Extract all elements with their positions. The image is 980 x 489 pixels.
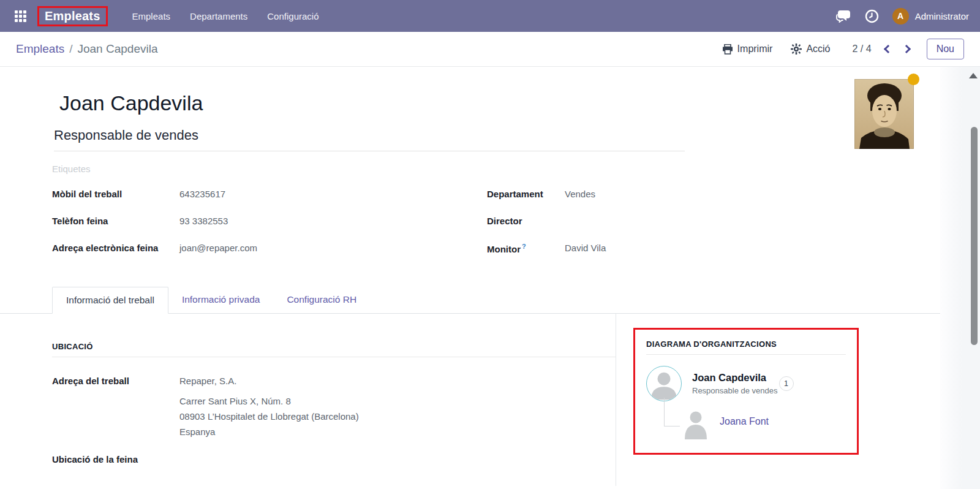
employee-photo[interactable] xyxy=(854,79,914,149)
control-panel-actions: Imprimir Acció 2 / 4 xyxy=(722,39,964,59)
location-section-title: UBICACIÓ xyxy=(52,342,616,357)
subordinate-avatar-icon[interactable] xyxy=(684,410,707,442)
org-chart-pane: DIAGRAMA D'ORGANITZACIONS Joan Capdevila xyxy=(616,314,940,486)
breadcrumb: Empleats / Joan Capdevila xyxy=(16,42,157,56)
org-connector-line xyxy=(664,398,680,426)
pager-next-icon[interactable] xyxy=(902,45,911,53)
address-line: Carrer Sant Pius X, Núm. 8 xyxy=(179,393,359,409)
gear-icon xyxy=(791,44,802,55)
top-navbar: Empleats Empleats Departaments Configura… xyxy=(0,0,980,32)
action-label: Acció xyxy=(806,44,830,55)
messages-icon[interactable] xyxy=(835,9,851,23)
address-line: Espanya xyxy=(179,424,359,439)
field-label: Departament xyxy=(487,189,565,201)
address-line: 08903 L’Hospitalet de Llobregat (Barcelo… xyxy=(179,409,359,424)
field-label: Mòbil del treball xyxy=(52,189,179,201)
pager-previous-icon[interactable] xyxy=(884,45,892,53)
scroll-up-arrow-icon[interactable] xyxy=(969,73,978,78)
field-label: Telèfon feina xyxy=(52,216,179,228)
menu-item-departaments[interactable]: Departaments xyxy=(180,6,257,26)
control-panel: Empleats / Joan Capdevila Imprimir xyxy=(0,32,980,67)
employee-name-title[interactable]: Joan Capdevila xyxy=(0,67,940,115)
field-department: Departament Vendes xyxy=(487,189,854,201)
breadcrumb-separator: / xyxy=(69,42,72,56)
org-chart-employee-node[interactable]: Joan Capdevila Responsable de vendes 1 xyxy=(646,366,846,401)
help-tooltip-icon[interactable]: ? xyxy=(522,243,526,250)
navbar-systray: A Administrator xyxy=(835,8,969,25)
presence-status-icon xyxy=(908,74,919,85)
field-work-phone: Telèfon feina 93 3382553 xyxy=(52,216,487,228)
tab-hr-settings[interactable]: Configuració RH xyxy=(273,287,370,313)
notebook: Informació del treball Informació privad… xyxy=(0,287,940,486)
field-coach: Monitor? David Vila xyxy=(487,243,854,255)
field-label: Adreça electrònica feina xyxy=(52,243,179,255)
org-chart-annotated-box: DIAGRAMA D'ORGANITZACIONS Joan Capdevila xyxy=(633,328,859,455)
user-menu[interactable]: A Administrator xyxy=(892,8,969,25)
user-name: Administrator xyxy=(915,11,969,21)
location-section: UBICACIÓ Adreça del treball Repaper, S.A… xyxy=(0,314,616,486)
subordinate-name-link[interactable]: Joana Font xyxy=(720,416,769,427)
field-value[interactable]: Vendes xyxy=(565,189,595,201)
print-button[interactable]: Imprimir xyxy=(722,44,773,55)
tab-work-information[interactable]: Informació del treball xyxy=(52,287,168,314)
field-value[interactable]: joan@repaper.com xyxy=(179,243,257,255)
org-chart-title: DIAGRAMA D'ORGANITZACIONS xyxy=(646,339,846,355)
address-block: Carrer Sant Pius X, Núm. 8 08903 L’Hospi… xyxy=(179,393,359,439)
tab-bar: Informació del treball Informació privad… xyxy=(0,287,940,314)
field-value[interactable]: 643235617 xyxy=(179,189,225,201)
scrollbar-thumb[interactable] xyxy=(971,127,978,345)
breadcrumb-current: Joan Capdevila xyxy=(77,42,157,56)
org-chart-subordinate-node: Joana Font xyxy=(646,403,846,441)
form-view: Joan Capdevila Responsable de vendes Eti… xyxy=(0,67,980,489)
work-address-label: Adreça del treball xyxy=(52,376,179,439)
breadcrumb-parent-link[interactable]: Empleats xyxy=(16,42,64,56)
field-manager: Director xyxy=(487,216,854,228)
field-label: Monitor? xyxy=(487,243,565,255)
field-work-mobile: Mòbil del treball 643235617 xyxy=(52,189,487,201)
org-employee-name[interactable]: Joan Capdevila xyxy=(692,372,778,384)
scrollbar-area xyxy=(940,67,980,489)
record-pager: 2 / 4 xyxy=(853,44,872,55)
activities-clock-icon[interactable] xyxy=(865,9,879,23)
field-value[interactable]: David Vila xyxy=(565,243,606,255)
menu-item-empleats[interactable]: Empleats xyxy=(123,6,181,26)
tab-private-information[interactable]: Informació privada xyxy=(168,287,274,313)
app-menu: Empleats Departaments Configuració xyxy=(123,6,329,26)
company-link[interactable]: Repaper, S.A. xyxy=(179,376,359,386)
apps-grid-icon[interactable] xyxy=(15,10,26,22)
menu-item-configuracio[interactable]: Configuració xyxy=(257,6,328,26)
tags-input[interactable]: Etiquetes xyxy=(52,164,940,174)
printer-icon xyxy=(722,44,733,55)
subordinates-count-badge[interactable]: 1 xyxy=(779,376,794,391)
field-value[interactable]: 93 3382553 xyxy=(179,216,228,228)
job-title-field[interactable]: Responsable de vendes xyxy=(54,127,685,151)
org-employee-title: Responsable de vendes xyxy=(692,386,778,395)
employee-sheet: Joan Capdevila Responsable de vendes Eti… xyxy=(0,67,940,489)
work-location-label: Ubicació de la feina xyxy=(52,454,616,464)
field-group: Mòbil del treball 643235617 Telèfon fein… xyxy=(52,189,940,270)
field-label: Director xyxy=(487,216,565,228)
employee-avatar-icon[interactable] xyxy=(646,366,682,401)
employee-portrait-image xyxy=(854,79,914,149)
current-app-name[interactable]: Empleats xyxy=(37,6,108,26)
field-work-email: Adreça electrònica feina joan@repaper.co… xyxy=(52,243,487,255)
user-avatar[interactable]: A xyxy=(892,8,909,25)
action-button[interactable]: Acció xyxy=(791,44,830,55)
print-label: Imprimir xyxy=(737,44,773,55)
work-address-field: Adreça del treball Repaper, S.A. Carrer … xyxy=(52,376,616,439)
new-record-button[interactable]: Nou xyxy=(927,39,964,59)
